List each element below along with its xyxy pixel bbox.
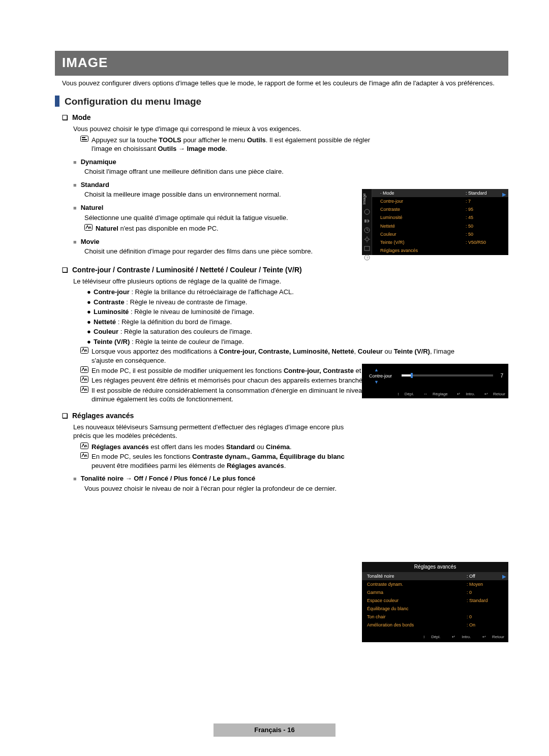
tools-note: Appuyez sur la touche TOOLS pour affiche… <box>80 136 370 153</box>
osd-menu-row: Teinte (V/R): V50/R50 <box>372 238 508 246</box>
adjust-bullet-item: ●Contre-jour : Règle la brillance du rét… <box>84 288 471 297</box>
naturel-body: Sélectionne une qualité d'image optimale… <box>84 213 369 223</box>
tools-text: Appuyez sur la touche TOOLS pour affiche… <box>92 136 370 153</box>
clock-icon <box>363 227 371 234</box>
speaker-icon <box>363 217 371 225</box>
advanced-note-1: Réglages avancés est offert dans les mod… <box>80 443 365 452</box>
osd-advanced-panel: Réglages avancés Tonalité noire: Off▶Con… <box>362 562 508 642</box>
note-icon <box>80 452 92 470</box>
page-footer: Français - 16 <box>0 723 549 737</box>
note-icon <box>80 386 92 404</box>
osd-advanced-title: Réglages avancés <box>362 562 508 572</box>
osd-slider-label: Contre-jour <box>369 373 392 379</box>
svg-rect-2 <box>82 139 87 140</box>
chevron-right-icon: ▶ <box>502 191 506 198</box>
circle-icon <box>363 208 371 215</box>
osd-menu-row: Luminosité: 45 <box>372 213 508 222</box>
osd-main-list: ▶ · Mode: StandardContre-jour: 7Contrast… <box>372 189 508 255</box>
svg-point-10 <box>364 209 370 214</box>
movie-body: Choisit une définition d'image pour rega… <box>84 247 369 256</box>
page-title: IMAGE <box>55 51 508 76</box>
adjust-bullet-item: ●Luminosité : Règle le niveau de luminos… <box>84 307 471 317</box>
adjust-note-1: Lorsque vous apportez des modifications … <box>80 347 467 365</box>
mode-heading: Mode <box>62 113 508 122</box>
osd-slider-value: 7 <box>500 372 503 380</box>
note-icon <box>80 366 92 375</box>
osd-slider-footer: ↕ Dépl. ↔ Réglage ↵ Intro. ↩ Retour <box>389 392 505 397</box>
osd-advanced-row: Amélioration des bords: On <box>362 621 508 629</box>
adjust-bullet-item: ●Teinte (V/R) : Règle la teinte de coule… <box>84 337 471 346</box>
advanced-note-2: En mode PC, seules les fonctions Contras… <box>80 452 365 470</box>
svg-text:?: ? <box>366 256 369 260</box>
gear-icon <box>363 236 371 243</box>
osd-image-menu: Image ? ▶ · Mode: StandardContre-jour: 7… <box>362 189 508 255</box>
osd-menu-row: Réglages avancés <box>372 246 508 255</box>
osd-advanced-row: Gamma: 0 <box>362 588 508 596</box>
osd-tab-column: Image ? <box>362 189 372 255</box>
osd-menu-row: Contraste: 95 <box>372 205 508 213</box>
note-icon <box>80 376 92 385</box>
page-number: Français - 16 <box>214 723 336 737</box>
svg-rect-11 <box>364 219 367 223</box>
standard-heading: Standard <box>73 180 508 190</box>
svg-rect-0 <box>81 136 88 141</box>
osd-menu-row: Contre-jour: 7 <box>372 197 508 205</box>
tools-icon <box>80 136 92 153</box>
input-icon <box>363 245 371 252</box>
accent-bar <box>55 96 59 107</box>
standard-body: Choisit la meilleure image possible dans… <box>84 190 369 199</box>
note-icon <box>84 224 96 233</box>
svg-rect-1 <box>82 137 85 138</box>
help-icon: ? <box>363 254 371 261</box>
note-icon <box>80 443 92 452</box>
section-header-text: Configuration du menu Image <box>65 95 201 108</box>
osd-advanced-footer: ↕ Dépl. ↵ Intro. ↩ Retour <box>413 635 504 640</box>
naturel-note: Naturel n'est pas disponible en mode PC. <box>84 224 369 233</box>
adjust-intro: Le téléviseur offre plusieurs options de… <box>73 277 460 286</box>
osd-advanced-list: Tonalité noire: Off▶Contraste dynam.: Mo… <box>362 572 508 629</box>
intro-text: Vous pouvez configurer divers options d'… <box>62 79 508 88</box>
osd-slider-bar <box>402 374 493 376</box>
osd-slider-panel: ▲ Contre-jour ▼ 7 ↕ Dépl. ↔ Réglage ↵ In… <box>362 364 508 398</box>
adjust-heading: Contre-jour / Contraste / Luminosité / N… <box>62 265 508 275</box>
osd-menu-row: Netteté: 50 <box>372 222 508 230</box>
svg-rect-14 <box>364 246 370 250</box>
section-header: Configuration du menu Image <box>41 95 508 108</box>
osd-advanced-row: Équilibrage du blanc <box>362 605 508 613</box>
advanced-intro: Les nouveaux téléviseurs Samsung permett… <box>73 423 363 440</box>
svg-point-13 <box>365 238 369 241</box>
osd-menu-row: · Mode: Standard <box>372 189 508 197</box>
osd-advanced-row: Tonalité noire: Off▶ <box>362 572 508 580</box>
osd-advanced-row: Ton chair: 0 <box>362 613 508 621</box>
osd-advanced-row: Espace couleur: Standard <box>362 596 508 605</box>
osd-tab-image: Image <box>362 193 368 204</box>
adjust-bullet-item: ●Contraste : Règle le niveau de contrast… <box>84 298 471 307</box>
tonalite-body: Vous pouvez choisir le niveau de noir à … <box>84 484 471 493</box>
triangle-up-icon: ▲ <box>374 367 379 373</box>
adjust-bullet-item: ●Netteté : Règle la définition du bord d… <box>84 318 471 327</box>
adjust-bullet-item: ●Couleur : Règle la saturation des coule… <box>84 327 471 336</box>
note-icon <box>80 347 92 365</box>
tonalite-heading: Tonalité noire → Off / Foncé / Plus fonc… <box>73 474 508 483</box>
osd-advanced-row: Contraste dynam.: Moyen <box>362 580 508 588</box>
triangle-down-icon: ▼ <box>374 379 379 385</box>
adjust-bullet-list: ●Contre-jour : Règle la brillance du rét… <box>84 288 471 346</box>
dynamique-heading: Dynamique <box>73 158 508 167</box>
mode-body: Vous pouvez choisir le type d'image qui … <box>73 124 363 134</box>
dynamique-body: Choisit l'image offrant une meilleure dé… <box>84 167 369 176</box>
osd-menu-row: Couleur: 50 <box>372 230 508 238</box>
advanced-heading: Réglages avancés <box>62 411 508 421</box>
